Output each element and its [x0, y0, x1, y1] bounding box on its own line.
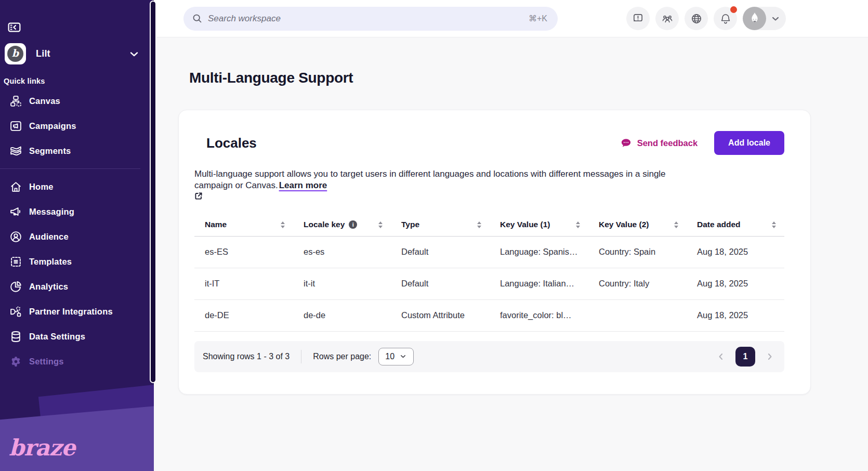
send-feedback-link[interactable]: Send feedback [620, 137, 698, 149]
search-workspace[interactable]: ⌘+K [183, 7, 558, 31]
cell-key-value-1: Language: Italian… [490, 279, 588, 289]
sidebar-item-analytics[interactable]: Analytics [0, 274, 154, 299]
cell-name: es-ES [194, 247, 293, 257]
cell-type: Custom Attribute [391, 310, 490, 320]
sidebar-item-label: Partner Integrations [29, 307, 113, 317]
sort-icon[interactable] [280, 221, 286, 229]
globe-icon [690, 12, 703, 25]
feedback-button[interactable] [626, 7, 650, 30]
column-header-type: Type [391, 220, 490, 229]
teams-button[interactable] [655, 7, 679, 30]
sidebar-item-label: Messaging [29, 207, 74, 217]
home-icon [9, 180, 22, 193]
quick-links-label: Quick links [4, 77, 154, 85]
cell-type: Default [391, 279, 490, 289]
sidebar-item-templates[interactable]: Templates [0, 249, 154, 274]
topbar-actions [626, 7, 786, 30]
table-row: it-IT it-it Default Language: Italian… C… [194, 268, 784, 300]
column-label: Key Value (2) [599, 220, 649, 229]
cell-date-added: Aug 18, 2025 [687, 279, 784, 289]
collapse-sidebar-icon [7, 20, 22, 35]
cell-date-added: Aug 18, 2025 [687, 310, 784, 320]
sort-icon[interactable] [575, 221, 581, 229]
learn-more-link[interactable]: Learn more [279, 180, 327, 190]
search-input[interactable] [208, 14, 529, 24]
card-description: Multi-language support allows you to tar… [194, 168, 686, 200]
rows-per-page-select[interactable]: 10 [378, 348, 414, 365]
page-number-button[interactable]: 1 [735, 347, 755, 367]
table-row: es-ES es-es Default Language: Spanis… Co… [194, 237, 784, 268]
pagination: 1 [715, 347, 776, 367]
sidebar-item-audience[interactable]: Audience [0, 224, 154, 249]
topbar: ⌘+K [154, 0, 868, 37]
cell-key-value-2: Country: Italy [588, 279, 687, 289]
column-header-locale-key: Locale keyi [293, 220, 391, 229]
cell-name: de-DE [194, 310, 293, 320]
sidebar-item-home[interactable]: Home [0, 174, 154, 199]
cell-date-added: Aug 18, 2025 [687, 247, 784, 257]
column-label: Locale key [304, 220, 345, 229]
column-label: Date added [697, 220, 741, 229]
description-text: Multi-language support allows you to tar… [194, 169, 666, 190]
audience-icon [9, 230, 22, 243]
column-label: Name [205, 220, 227, 229]
canvas-icon [9, 95, 22, 108]
next-page-button[interactable] [764, 350, 776, 363]
rows-per-page-value: 10 [385, 352, 394, 361]
account-menu[interactable] [743, 7, 786, 30]
sidebar-scrollbar[interactable] [150, 1, 156, 383]
braze-workspace-logo-icon: b [5, 43, 26, 64]
showing-rows-text: Showing rows 1 - 3 of 3 [203, 352, 290, 361]
megaphone-icon [9, 205, 22, 218]
sidebar-item-label: Canvas [29, 96, 60, 106]
sort-icon[interactable] [377, 221, 384, 229]
cell-type: Default [391, 247, 490, 257]
sort-icon[interactable] [476, 221, 482, 229]
previous-page-button[interactable] [715, 350, 727, 363]
sidebar-item-messaging[interactable]: Messaging [0, 199, 154, 224]
chat-bubble-icon [620, 137, 632, 149]
sidebar-item-data-settings[interactable]: Data Settings [0, 324, 154, 349]
search-icon [192, 13, 208, 24]
info-icon[interactable]: i [349, 220, 357, 229]
sidebar-item-segments[interactable]: Segments [0, 138, 154, 163]
column-label: Key Value (1) [500, 220, 550, 229]
column-header-key-value-1: Key Value (1) [490, 220, 588, 229]
sidebar-item-label: Campaigns [29, 121, 76, 131]
notifications-button[interactable] [714, 7, 737, 30]
sort-icon[interactable] [673, 221, 679, 229]
feedback-bubble-icon [632, 12, 644, 24]
cell-name: it-IT [194, 279, 293, 289]
avatar [743, 7, 766, 30]
segments-icon [9, 145, 22, 158]
sidebar-item-label: Analytics [29, 282, 68, 292]
column-header-key-value-2: Key Value (2) [588, 220, 687, 229]
quick-links-nav: Canvas Campaigns Segments [0, 88, 154, 163]
sidebar-collapse-button[interactable] [7, 20, 22, 35]
campaigns-icon [9, 120, 22, 133]
sidebar-item-campaigns[interactable]: Campaigns [0, 113, 154, 138]
integrations-icon [9, 305, 22, 318]
locales-card: Locales Send feedback Add locale Multi-l… [178, 110, 811, 395]
sidebar-item-settings[interactable]: Settings [0, 349, 154, 374]
external-link-icon [194, 192, 686, 200]
sort-icon[interactable] [771, 221, 777, 229]
braze-logo: braze [9, 435, 75, 461]
workspace-switcher[interactable]: b Lilt [5, 43, 140, 64]
sidebar-item-canvas[interactable]: Canvas [0, 88, 154, 113]
cell-key-value-1: favorite_color: bl… [490, 310, 588, 320]
people-icon [661, 12, 674, 25]
search-shortcut: ⌘+K [529, 14, 547, 23]
analytics-icon [9, 280, 22, 293]
rows-per-page-label: Rows per page: [313, 352, 371, 361]
table-row: de-DE de-de Custom Attribute favorite_co… [194, 300, 784, 332]
send-feedback-label: Send feedback [637, 138, 698, 148]
sidebar-item-partner-integrations[interactable]: Partner Integrations [0, 299, 154, 324]
add-locale-button[interactable]: Add locale [714, 131, 784, 155]
language-button[interactable] [685, 7, 708, 30]
bell-icon [719, 12, 732, 25]
sidebar-item-label: Settings [29, 357, 64, 367]
sidebar-divider [0, 168, 140, 169]
sidebar-item-label: Audience [29, 232, 69, 242]
templates-icon [9, 255, 22, 268]
